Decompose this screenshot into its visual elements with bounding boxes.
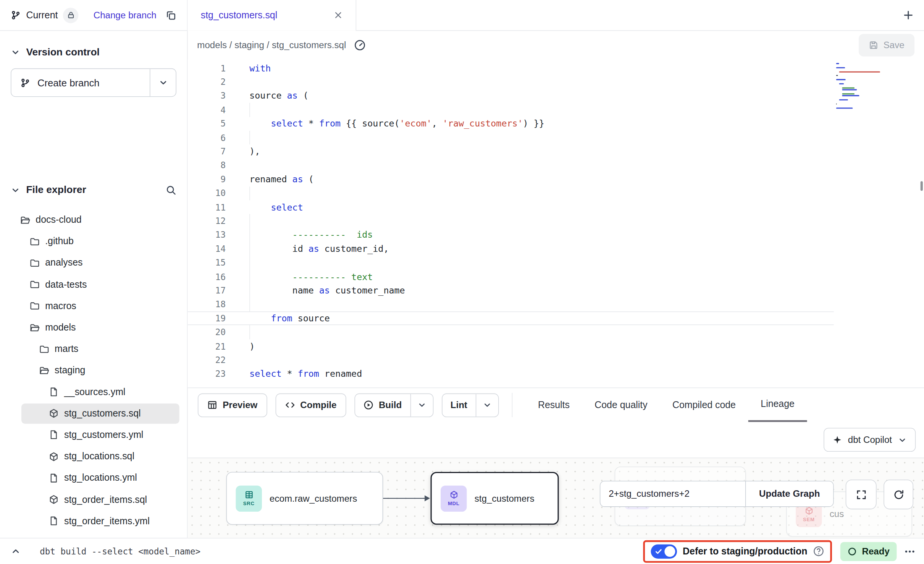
- code-line[interactable]: 22: [187, 353, 834, 367]
- defer-toggle[interactable]: [651, 544, 677, 558]
- file-tree-item[interactable]: stg_customers.sql: [0, 403, 187, 424]
- code-line[interactable]: 8: [187, 159, 834, 172]
- file-name: stg_order_items.yml: [64, 516, 150, 527]
- tab-compiled-code[interactable]: Compiled code: [660, 388, 748, 422]
- minimap-line: [839, 71, 880, 72]
- code-line[interactable]: 6: [187, 131, 834, 144]
- compile-button[interactable]: Compile: [275, 393, 346, 417]
- fullscreen-button[interactable]: [846, 480, 877, 509]
- new-tab-button[interactable]: [892, 0, 924, 30]
- update-graph-button[interactable]: Update Graph: [745, 481, 834, 507]
- preview-button[interactable]: Preview: [198, 393, 267, 417]
- dbt-copilot-button[interactable]: dbt Copilot: [824, 428, 916, 452]
- file-tree-item[interactable]: stg_order_items.sql: [0, 489, 187, 510]
- main-area: Current Change branch Version control: [0, 0, 924, 538]
- breadcrumb: models / staging / stg_customers.sql: [197, 40, 346, 50]
- file-tree-item[interactable]: models: [0, 317, 187, 338]
- line-number: 17: [187, 286, 226, 295]
- file-tree-item[interactable]: docs-cloud: [0, 209, 187, 230]
- lineage-node-source[interactable]: SRC ecom.raw_customers: [226, 472, 383, 525]
- save-button[interactable]: Save: [858, 34, 914, 57]
- badge-label: SEM: [803, 516, 815, 522]
- code-line[interactable]: 7),: [187, 144, 834, 158]
- code-line[interactable]: 20: [187, 325, 834, 339]
- line-number: 8: [187, 161, 226, 170]
- file-tree-item[interactable]: stg_order_items.yml: [0, 510, 187, 532]
- minimap[interactable]: [836, 63, 886, 109]
- code-line[interactable]: 3source as (: [187, 89, 834, 103]
- line-number: 23: [187, 369, 226, 379]
- code-line[interactable]: 11 select: [187, 200, 834, 214]
- file-tree-item[interactable]: macros: [0, 295, 187, 317]
- build-button[interactable]: Build: [355, 394, 410, 416]
- code-line[interactable]: 17 name as customer_name: [187, 284, 834, 297]
- code-line[interactable]: 14 id as customer_id,: [187, 242, 834, 256]
- defer-label: Defer to staging/production: [683, 546, 807, 557]
- tab-stg-customers-sql[interactable]: stg_customers.sql: [187, 0, 356, 30]
- file-icon: [49, 430, 59, 440]
- gauge-icon[interactable]: [354, 39, 365, 51]
- code-text: select: [226, 202, 303, 212]
- file-tree-item[interactable]: stg_locations.sql: [0, 446, 187, 467]
- code-line[interactable]: 2: [187, 75, 834, 89]
- status-ready-badge[interactable]: Ready: [840, 542, 897, 561]
- change-branch-link[interactable]: Change branch: [94, 10, 157, 21]
- code-editor-lines: 1with23source as (45 select * from {{ so…: [187, 61, 924, 381]
- code-line[interactable]: 9renamed as (: [187, 172, 834, 186]
- copy-icon[interactable]: [166, 10, 176, 21]
- file-tree-item[interactable]: analyses: [0, 252, 187, 274]
- lint-dropdown[interactable]: [476, 394, 498, 416]
- code-line[interactable]: 12: [187, 214, 834, 228]
- more-options-button[interactable]: [904, 545, 916, 557]
- lineage-node-model[interactable]: MDL stg_customers: [431, 472, 559, 525]
- indent-guide: [249, 298, 250, 311]
- file-tree-item[interactable]: .github: [0, 231, 187, 252]
- code-line[interactable]: 4: [187, 103, 834, 117]
- code-line[interactable]: 16 ---------- text: [187, 270, 834, 284]
- toggle-knob: [664, 546, 675, 557]
- code-line[interactable]: 15: [187, 256, 834, 270]
- compile-label: Compile: [300, 400, 336, 410]
- check-icon: [655, 548, 662, 555]
- build-dropdown[interactable]: [410, 394, 433, 416]
- file-tree-item[interactable]: marts: [0, 338, 187, 360]
- code-line[interactable]: 5 select * from {{ source('ecom', 'raw_c…: [187, 117, 834, 131]
- tab-results[interactable]: Results: [525, 388, 582, 422]
- search-icon[interactable]: [166, 185, 176, 196]
- tab-code-quality[interactable]: Code quality: [582, 388, 660, 422]
- lineage-selector-input[interactable]: [600, 481, 746, 507]
- scrollbar-thumb[interactable]: [921, 181, 923, 191]
- help-icon[interactable]: [813, 546, 825, 557]
- file-tree-item[interactable]: stg_customers.yml: [0, 424, 187, 446]
- code-line[interactable]: 18: [187, 298, 834, 311]
- code-line[interactable]: 19 from source: [187, 311, 834, 325]
- code-editor[interactable]: 1with23source as (45 select * from {{ so…: [187, 60, 924, 388]
- code-text: source as (: [226, 91, 309, 101]
- code-line[interactable]: 21): [187, 339, 834, 353]
- preview-label: Preview: [223, 400, 257, 410]
- file-explorer-header[interactable]: File explorer: [0, 184, 187, 196]
- minimap-line: [836, 107, 853, 109]
- branch-header: Current Change branch: [0, 0, 187, 31]
- close-icon[interactable]: [334, 11, 342, 19]
- defer-toggle-group: Defer to staging/production: [643, 540, 832, 562]
- code-line[interactable]: 1with: [187, 61, 834, 75]
- file-tree-item[interactable]: stg_locations.yml: [0, 467, 187, 489]
- code-line[interactable]: 10: [187, 186, 834, 200]
- build-split-button: Build: [354, 393, 433, 417]
- version-control-header[interactable]: Version control: [0, 46, 187, 58]
- code-line[interactable]: 13 ---------- ids: [187, 228, 834, 242]
- create-branch-button[interactable]: Create branch: [11, 68, 176, 97]
- lineage-canvas[interactable]: MDL customers SEM cus SRC e: [187, 458, 924, 538]
- file-tree-item[interactable]: __sources.yml: [0, 381, 187, 403]
- file-tree-item[interactable]: staging: [0, 360, 187, 381]
- create-branch-main[interactable]: Create branch: [11, 69, 150, 96]
- tab-lineage[interactable]: Lineage: [748, 388, 807, 422]
- refresh-button[interactable]: [884, 480, 913, 509]
- line-number: 1: [187, 63, 226, 73]
- chevron-up-icon[interactable]: [8, 546, 23, 556]
- create-branch-dropdown[interactable]: [150, 69, 176, 96]
- lint-button[interactable]: Lint: [442, 394, 476, 416]
- code-line[interactable]: 23select * from renamed: [187, 367, 834, 381]
- file-tree-item[interactable]: data-tests: [0, 274, 187, 295]
